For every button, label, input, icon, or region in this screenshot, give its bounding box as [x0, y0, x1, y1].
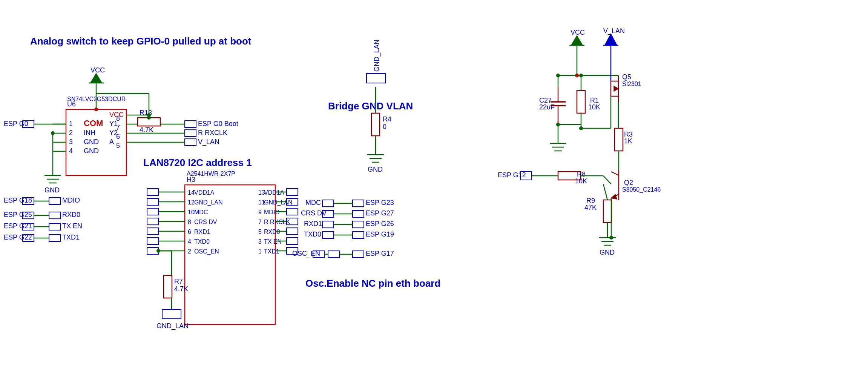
h3-ref: H3: [187, 176, 195, 183]
gnd-lan-top-conn: [367, 74, 385, 83]
esp-g0-label: ESP G0: [4, 120, 28, 128]
h3-txd0-l: TXD0: [194, 238, 210, 245]
r7-value: 4.7K: [174, 285, 188, 293]
pin5-num: 5: [116, 142, 120, 149]
esp-g12-label: ESP G12: [498, 171, 526, 179]
esp-g19-label: ESP G19: [366, 230, 394, 238]
gnd-label3: GND: [600, 249, 615, 256]
h3-p5: 5: [258, 229, 262, 235]
esp-g21-label: ESP G21: [4, 222, 32, 230]
junction-dot1: [51, 131, 55, 135]
bridge-gnd-vlan: Bridge GND VLAN: [328, 100, 413, 112]
vcc-label-top: VCC: [90, 66, 105, 74]
c27-value: 22uF: [539, 103, 555, 111]
h3-r-mdio-conn: [287, 208, 298, 215]
mdc-l2-label: MDC: [305, 199, 321, 206]
esp-g26-label: ESP G26: [366, 220, 394, 227]
r7-label: R7: [174, 278, 183, 285]
pin4-num: 4: [69, 147, 73, 155]
crsdv-r2-conn: [353, 210, 364, 217]
h3-r-rxd0-conn: [287, 228, 298, 235]
q5-part: SI2301: [622, 81, 641, 87]
esp-g17-label: ESP G17: [366, 250, 394, 257]
crsdv-l2-label: CRS DV: [301, 209, 327, 217]
h3-p6: 6: [188, 229, 191, 235]
r9-label: R9: [586, 197, 595, 204]
h3-p7: 7: [258, 219, 262, 225]
r4-box: [371, 113, 380, 136]
txd0-r2-conn: [353, 232, 364, 238]
gnd-pin1: GND: [84, 138, 99, 146]
h3-vdd1a-l: VDD1A: [194, 189, 215, 196]
h3-l-crsdv-conn: [147, 218, 158, 225]
analog-switch-title: Analog switch to keep GPIO-0 pulled up a…: [30, 35, 252, 47]
a-pin: A: [109, 138, 114, 146]
r4-value: 0: [383, 123, 386, 131]
q2-arrow: [611, 194, 617, 199]
r1-bot-dot: [579, 126, 583, 130]
r9-box: [603, 200, 612, 223]
vcc-right-label: VCC: [570, 29, 585, 36]
esp-g23-label: ESP G23: [366, 199, 394, 206]
h3-p8: 8: [188, 219, 191, 225]
v-lan-label: V_LAN: [198, 138, 219, 146]
h3-l-txd0-conn: [147, 238, 158, 244]
r9-top-wire: [603, 184, 607, 200]
h3-oscen-l: OSC_EN: [194, 248, 219, 255]
vcc-pin: VCC: [109, 111, 124, 118]
r4-label: R4: [383, 115, 391, 123]
txen-conn: [49, 223, 60, 230]
oscen-r2-conn: [353, 251, 364, 258]
rxd1-r2-conn: [353, 221, 364, 228]
q5-label: Q5: [622, 73, 631, 81]
r1-label: R1: [590, 97, 599, 104]
esp-g0-boot-conn: [185, 121, 196, 128]
rxd0-conn: [49, 212, 60, 219]
pin2-num: 2: [69, 129, 73, 137]
h3-mdio-r: MDIO: [264, 209, 280, 215]
txen-label: TX EN: [62, 222, 82, 230]
mdio-label-l: MDIO: [62, 197, 80, 204]
h3-rxd1-l: RXD1: [194, 229, 210, 235]
h3-l-rxd1-conn: [147, 228, 158, 235]
h3-mdc-l: MDC: [194, 209, 208, 215]
r7-box: [164, 275, 172, 298]
rxd0-label: RXD0: [62, 211, 80, 218]
mdio-conn-l: [49, 198, 60, 204]
h3-gndlan-l: GND_LAN: [194, 199, 223, 206]
r8-q2-base-wire: [603, 176, 611, 184]
h3-p2: 2: [188, 248, 191, 255]
q2-part: S8050_C2146: [622, 186, 661, 193]
r3-label: R3: [624, 131, 633, 138]
q5-arrow: [614, 86, 618, 91]
vlan-top-arrow: [605, 34, 617, 45]
c27-top-dot: [556, 74, 560, 77]
oscen-r-conn: [328, 251, 339, 258]
vcc-arrow: [90, 74, 102, 83]
osc-enable-title: Osc.Enable NC pin eth board: [305, 278, 440, 289]
esp-g18-label: ESP G18: [4, 197, 32, 204]
gnd-lan-conn-bot: [162, 309, 181, 319]
gnd-label1: GND: [44, 186, 60, 194]
h3-vdd1a-r: VDD1A: [264, 189, 284, 196]
q2-collector: [611, 172, 619, 175]
rxd1-l2-conn: [322, 221, 334, 228]
h3-rxd0-r: RXD0: [264, 229, 280, 235]
v-lan-conn: [185, 139, 196, 146]
h3-box: [185, 185, 275, 324]
h3-p14: 14: [188, 189, 195, 196]
h3-crsdv-l: CRS DV: [194, 219, 217, 225]
mdc-l2-conn: [322, 200, 334, 207]
h3-p1: 1: [258, 248, 262, 255]
esp-g25-label: ESP G25: [4, 211, 32, 218]
h3-p10: 10: [188, 209, 195, 215]
vcc-dot: [94, 108, 98, 111]
h3-l-mdc-conn: [147, 208, 158, 215]
h3-p12: 12: [188, 199, 195, 206]
lan8720-title: LAN8720 I2C address 1: [143, 157, 252, 168]
h3-txd1-r: TXD1: [264, 248, 279, 255]
pin1-num: 1: [69, 120, 73, 128]
com-pin: COM: [84, 118, 103, 128]
vlan-top-label: V_LAN: [603, 27, 625, 35]
esp-g27-label: ESP G27: [366, 209, 394, 217]
